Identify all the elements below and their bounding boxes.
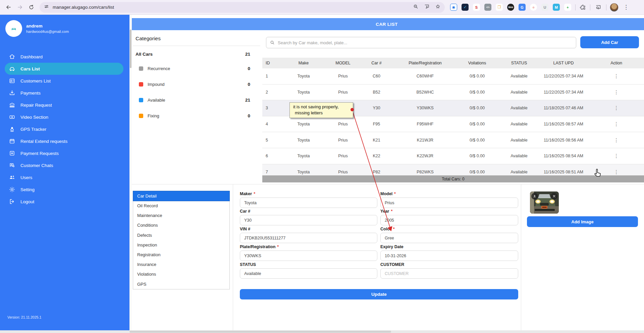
cell-last-upd: 11/16/2025 08:54 AM [538, 154, 589, 158]
column-header-model: MODEL [329, 61, 357, 65]
sidebar-item-rental-extend-requests[interactable]: Rental Extend requests [0, 135, 129, 147]
ext-seo-icon[interactable]: S [473, 4, 480, 11]
detail-tab-defects[interactable]: Defects [133, 230, 229, 240]
detail-tab-maintenance[interactable]: Maintenance [133, 211, 229, 220]
car-icon [9, 65, 15, 72]
sidebar-item-dashboard[interactable]: Dashboard [0, 51, 129, 63]
sidebar-item-customers-list[interactable]: Customers List [0, 75, 129, 87]
category-item-recurrence[interactable]: Recurrence0 [133, 61, 260, 76]
detail-tab-registration[interactable]: Registration [133, 250, 229, 260]
color-input[interactable] [380, 233, 518, 243]
sidebar-item-payments[interactable]: Payments [0, 87, 129, 99]
category-all-cars[interactable]: All Cars 21 [133, 47, 260, 61]
zoom-out-icon[interactable] [413, 4, 419, 11]
row-actions-menu-icon[interactable]: ⋮ [589, 89, 644, 95]
ext-blue-dot-icon[interactable]: ◉ [450, 4, 457, 11]
detail-tab-conditions[interactable]: Conditions [133, 220, 229, 230]
browser-menu-icon[interactable]: ⋮ [620, 4, 632, 11]
sidebar-item-cars-list[interactable]: Cars List [5, 63, 123, 75]
add-car-button[interactable]: Add Car [580, 36, 639, 48]
browser-forward-button[interactable] [14, 2, 25, 13]
year-input[interactable] [380, 215, 518, 225]
remove-image-button[interactable] [551, 193, 557, 200]
category-item-available[interactable]: Available21 [133, 92, 260, 108]
row-actions-menu-icon[interactable]: ⋮ [589, 73, 644, 79]
sidebar-item-gps-tracker[interactable]: GPS Tracker [0, 123, 129, 135]
content-scrollbar[interactable] [129, 15, 132, 330]
home-icon [9, 53, 15, 60]
category-item-impound[interactable]: Impound0 [133, 76, 260, 92]
row-actions-menu-icon[interactable]: ⋮ [589, 105, 644, 111]
ext-window-icon[interactable]: ❒ [496, 4, 503, 11]
cell-model: Prius [329, 170, 357, 174]
cell-status: Available [500, 90, 538, 95]
vin-input[interactable] [240, 233, 377, 243]
browser-profile-avatar[interactable] [610, 3, 619, 12]
customer-input[interactable] [380, 268, 518, 279]
detail-tab-insurance[interactable]: Insurance [133, 260, 229, 269]
row-actions-menu-icon[interactable]: ⋮ [589, 153, 644, 159]
sidebar: andrem hardwood4us@gmail.com DashboardCa… [0, 15, 129, 330]
table-row[interactable]: 2ToyotaPriusB52B52WHC0/$ 0.00Available11… [262, 85, 644, 101]
cell-status: Available [500, 74, 538, 78]
cell-voilations: 0/$ 0.00 [454, 170, 500, 174]
site-settings-icon[interactable] [44, 4, 49, 11]
column-header-last-upd: LAST UPD [538, 61, 589, 65]
car-input[interactable] [240, 215, 377, 225]
address-bar[interactable]: manager.alugago.com/cars/list [40, 2, 445, 13]
install-app-icon[interactable] [424, 4, 430, 11]
ext-m-icon[interactable]: M [553, 4, 560, 11]
ext-web-icon[interactable]: Web [507, 4, 514, 11]
scrollbar-thumb[interactable] [130, 30, 131, 68]
detail-tab-car-detail[interactable]: Car Detail [133, 191, 230, 201]
row-actions-menu-icon[interactable]: ⋮ [589, 137, 644, 143]
user-avatar[interactable] [5, 20, 22, 37]
status-input[interactable] [240, 268, 377, 279]
sidebar-item-payment-requests[interactable]: Payment Requests [0, 147, 129, 159]
bookmark-star-icon[interactable] [435, 4, 441, 11]
table-row[interactable]: 6ToyotaPriusK22K22WJR0/$ 0.00Available11… [262, 148, 644, 164]
sidebar-item-video-section[interactable]: Video Section [0, 111, 129, 123]
search-input[interactable] [278, 40, 573, 45]
sidebar-item-logout[interactable]: Logout [0, 196, 129, 208]
row-actions-menu-icon[interactable]: ⋮ [589, 121, 644, 127]
ext-translate-icon[interactable]: G [519, 4, 526, 11]
sidebar-item-setting[interactable]: Setting [0, 183, 129, 196]
ext-code-icon[interactable]: </> [484, 4, 491, 11]
browser-reload-button[interactable] [25, 2, 37, 13]
inspect-window-icon[interactable] [592, 4, 604, 10]
ext-u-icon[interactable]: U [541, 4, 548, 11]
horizontal-scrollbar-thumb[interactable] [129, 331, 391, 333]
sidebar-item-repair-request[interactable]: Repair Request [0, 99, 129, 111]
ext-ring-icon[interactable]: ◎ [530, 4, 537, 11]
add-image-button[interactable]: Add Image [527, 216, 638, 227]
plate-registration-input[interactable] [240, 251, 377, 261]
detail-tab-oil-record[interactable]: Oil Record [133, 201, 229, 211]
sidebar-item-customer-chats[interactable]: Customer Chats [0, 159, 129, 171]
detail-tab-violations[interactable]: Violations [133, 269, 229, 279]
row-actions-menu-icon[interactable]: ⋮ [589, 169, 644, 175]
cell-id: 7 [262, 170, 278, 174]
ext-check-icon[interactable]: ✓ [462, 4, 469, 11]
maker-input[interactable] [240, 198, 377, 208]
url-text[interactable]: manager.alugago.com/cars/list [53, 5, 413, 10]
category-count: 0 [248, 82, 250, 87]
model-input[interactable] [380, 198, 518, 208]
detail-tab-inspection[interactable]: Inspection [133, 240, 229, 250]
detail-tab-gps[interactable]: GPS [133, 279, 229, 289]
horizontal-scrollbar[interactable] [0, 330, 644, 333]
user-email: hardwood4us@gmail.com [26, 30, 69, 34]
ext-plus-icon[interactable]: + [564, 4, 571, 11]
table-row[interactable]: 1ToyotaPriusC60C60WHF0/$ 0.00Available11… [262, 68, 644, 85]
expiry-date-input[interactable] [380, 251, 518, 261]
required-asterisk: * [391, 209, 392, 214]
browser-back-button[interactable] [3, 2, 14, 13]
extensions-puzzle-icon[interactable] [578, 4, 588, 10]
sidebar-item-users[interactable]: Users [0, 171, 129, 183]
category-item-fixing[interactable]: Fixing0 [133, 108, 260, 124]
update-button[interactable]: Update [240, 289, 518, 299]
table-row[interactable]: 5ToyotaPriusK21K21WJR0/$ 0.00Available11… [262, 132, 644, 148]
search-box[interactable] [266, 37, 576, 48]
download-image-button[interactable] [531, 193, 538, 200]
table-row[interactable]: 4ToyotaPriusF95F95WHF0/$ 0.00Available11… [262, 116, 644, 132]
